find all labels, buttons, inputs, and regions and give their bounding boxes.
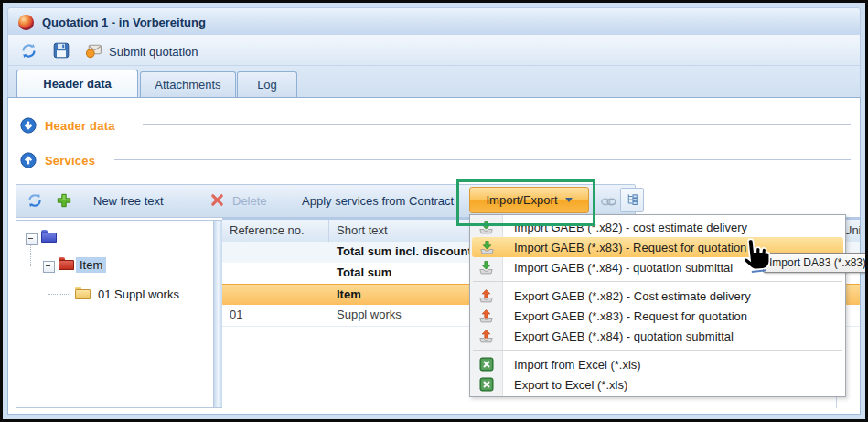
excel-icon	[470, 377, 502, 392]
submit-quotation-button[interactable]: Submit quotation	[85, 41, 198, 61]
tree-collapse-toggle[interactable]	[43, 261, 55, 273]
toolbar-band: Submit quotation Header data Attachments…	[7, 35, 861, 97]
menu-item-label: Import GAEB (*.x84) - quotation submitta…	[514, 261, 733, 275]
suppl-works-folder-icon[interactable]	[75, 289, 91, 299]
refresh-icon[interactable]	[20, 42, 38, 63]
tree-connector	[48, 294, 69, 295]
delete-button: Delete	[232, 194, 267, 208]
section-services-label: Services	[45, 154, 95, 168]
tab-log[interactable]: Log	[237, 71, 297, 97]
tree-collapse-toggle[interactable]	[26, 233, 38, 245]
gaeb-export-icon	[470, 308, 502, 324]
new-free-text-button[interactable]: New free text	[93, 194, 164, 208]
tree-connector	[48, 272, 48, 294]
menu-item-export-x84[interactable]: Export GAEB (*.x84) - quotation submitta…	[470, 326, 845, 346]
menu-item-label: Import GAEB (*.x83) - Request for quotat…	[514, 241, 746, 254]
annotation-highlight-box	[456, 179, 595, 226]
cell-reference	[222, 242, 329, 263]
tree-node-suppl-works[interactable]: 01 Suppl works	[94, 287, 183, 302]
menu-item-import-excel[interactable]: Import from Excel (*.xls)	[470, 354, 845, 374]
save-icon[interactable]	[53, 42, 70, 62]
tree-node-item[interactable]: Item	[76, 257, 106, 273]
delete-icon	[210, 193, 224, 211]
cell-reference: 01	[222, 305, 329, 326]
menu-separator	[473, 281, 842, 282]
apply-services-button[interactable]: Apply services from Contract	[302, 194, 454, 208]
menu-item-label: Export GAEB (*.x83) - Request for quotat…	[514, 309, 747, 323]
cell-reference	[222, 285, 329, 306]
collapse-down-icon[interactable]	[20, 117, 37, 134]
app-logo-icon	[18, 15, 34, 30]
root-folder-icon[interactable]	[41, 233, 57, 243]
column-header-reference-no[interactable]: Reference no.	[222, 220, 329, 242]
add-item-icon[interactable]	[56, 192, 72, 212]
main-toolbar: Submit quotation	[8, 37, 860, 66]
section-services[interactable]: Services	[8, 151, 95, 169]
services-tree-panel: Item 01 Suppl works	[16, 220, 214, 408]
tree-view-icon	[626, 192, 639, 209]
menu-item-export-x83[interactable]: Export GAEB (*.x83) - Request for quotat…	[470, 306, 845, 326]
gaeb-import-icon	[470, 260, 502, 276]
section-header-data[interactable]: Header data	[8, 116, 115, 135]
section-divider	[114, 159, 851, 160]
gaeb-export-icon	[470, 288, 502, 304]
section-divider	[143, 124, 851, 125]
submit-quotation-label: Submit quotation	[109, 43, 198, 60]
gaeb-export-icon	[470, 329, 502, 344]
services-refresh-icon[interactable]	[27, 192, 43, 212]
application-window: Quotation 1 - in Vorbereitung Submit quo…	[0, 0, 868, 422]
structure-view-button[interactable]	[620, 188, 644, 212]
cell-reference	[222, 263, 329, 284]
item-folder-icon[interactable]	[59, 260, 74, 270]
submit-quotation-icon	[85, 41, 102, 61]
window-titlebar: Quotation 1 - in Vorbereitung	[7, 7, 861, 37]
link-icon	[600, 195, 617, 211]
menu-item-export-excel[interactable]: Export to Excel (*.xls)	[470, 374, 845, 395]
cursor-hand-icon	[736, 235, 777, 277]
collapse-up-icon[interactable]	[20, 152, 37, 168]
menu-item-label: Export GAEB (*.x82) - Cost estimate deli…	[514, 289, 751, 303]
menu-item-export-x82[interactable]: Export GAEB (*.x82) - Cost estimate deli…	[470, 286, 845, 306]
menu-separator	[473, 350, 842, 351]
section-header-data-label: Header data	[45, 119, 115, 133]
tree-connector	[30, 244, 31, 266]
window-title: Quotation 1 - in Vorbereitung	[42, 16, 206, 29]
import-export-menu: Import GAEB (*.x82) - cost estimate deli…	[469, 214, 846, 397]
gaeb-import-icon	[472, 240, 502, 255]
tooltip: Import DA83 (*.x83)	[763, 253, 868, 273]
tab-header-data[interactable]: Header data	[16, 70, 138, 97]
excel-icon	[470, 357, 502, 372]
menu-item-label: Export GAEB (*.x84) - quotation submitta…	[514, 330, 734, 343]
menu-item-label: Export to Excel (*.xls)	[514, 378, 627, 392]
tab-attachments[interactable]: Attachments	[140, 71, 236, 97]
menu-item-label: Import from Excel (*.xls)	[514, 358, 641, 372]
tab-strip: Header data Attachments Log	[8, 67, 860, 97]
